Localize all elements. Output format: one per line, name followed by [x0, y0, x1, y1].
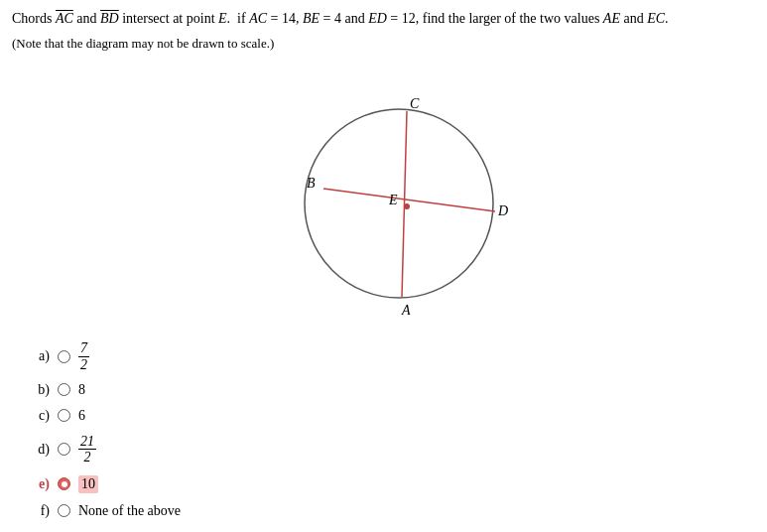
fraction-d: 21 2: [78, 434, 96, 466]
point-e-dot: [404, 203, 410, 209]
problem-line1: Chords AC and BD intersect at point E. i…: [12, 8, 755, 30]
diagram-area: C A B D E: [12, 65, 755, 323]
label-a: A: [401, 303, 411, 318]
radio-f[interactable]: [58, 504, 70, 517]
radio-b[interactable]: [58, 383, 70, 396]
fraction-d-denom: 2: [82, 450, 93, 465]
problem-statement: Chords AC and BD intersect at point E. i…: [12, 8, 755, 55]
answer-label-e: e): [28, 476, 50, 492]
diagram-svg: C A B D E: [245, 65, 523, 323]
answer-value-f: None of the above: [78, 503, 181, 519]
answer-row-d: d) 21 2: [28, 434, 755, 466]
radio-e-dot: [62, 481, 67, 487]
fraction-d-numer: 21: [78, 434, 96, 450]
fraction-a-denom: 2: [78, 357, 89, 372]
label-d: D: [497, 203, 508, 218]
answer-value-e: 10: [78, 475, 98, 493]
answer-label-c: c): [28, 408, 50, 424]
answer-value-b: 8: [78, 382, 85, 398]
answer-row-b: b) 8: [28, 382, 755, 398]
label-e: E: [388, 193, 398, 207]
answer-label-f: f): [28, 503, 50, 519]
fraction-a: 7 2: [78, 340, 89, 372]
answer-value-a: 7 2: [78, 340, 89, 372]
radio-a[interactable]: [58, 350, 70, 363]
answer-row-e: e) 10: [28, 475, 755, 493]
answer-row-c: c) 6: [28, 408, 755, 424]
answer-label-a: a): [28, 348, 50, 364]
answer-row-a: a) 7 2: [28, 340, 755, 372]
answer-row-f: f) None of the above: [28, 503, 755, 519]
radio-d[interactable]: [58, 443, 70, 456]
answers-section: a) 7 2 b) 8 c) 6 d) 21 2 e): [12, 340, 755, 519]
radio-c[interactable]: [58, 409, 70, 422]
answer-label-d: d): [28, 442, 50, 458]
label-c: C: [410, 96, 420, 111]
svg-point-0: [305, 109, 493, 298]
answer-label-b: b): [28, 382, 50, 398]
answer-value-c: 6: [78, 408, 85, 424]
fraction-a-numer: 7: [78, 340, 89, 356]
label-b: B: [307, 176, 316, 191]
problem-note: (Note that the diagram may not be drawn …: [12, 34, 755, 55]
answer-value-d: 21 2: [78, 434, 96, 466]
radio-e[interactable]: [58, 477, 70, 490]
